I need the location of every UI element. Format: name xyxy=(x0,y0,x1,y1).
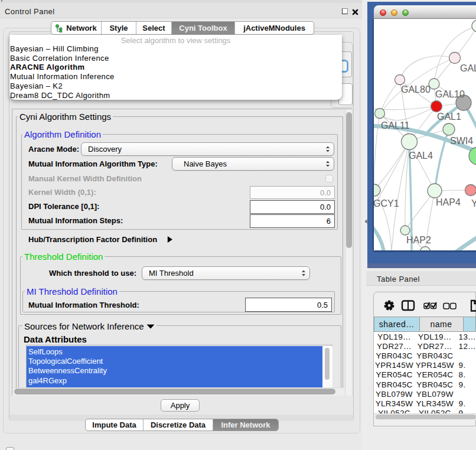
svg-text:Y: Y xyxy=(471,198,476,208)
svg-text:GAL80: GAL80 xyxy=(401,84,431,94)
svg-text:GAL2: GAL2 xyxy=(460,63,476,73)
svg-text:SWI4: SWI4 xyxy=(450,136,473,146)
svg-text:HAP2: HAP2 xyxy=(406,235,431,245)
svg-text:GAL10: GAL10 xyxy=(435,89,465,99)
svg-text:HAP4: HAP4 xyxy=(436,197,461,207)
svg-text:GAL11: GAL11 xyxy=(381,120,410,131)
svg-text:GAL4: GAL4 xyxy=(409,151,433,161)
svg-text:GAL1: GAL1 xyxy=(437,112,461,122)
svg-text:GCY1: GCY1 xyxy=(374,198,399,208)
